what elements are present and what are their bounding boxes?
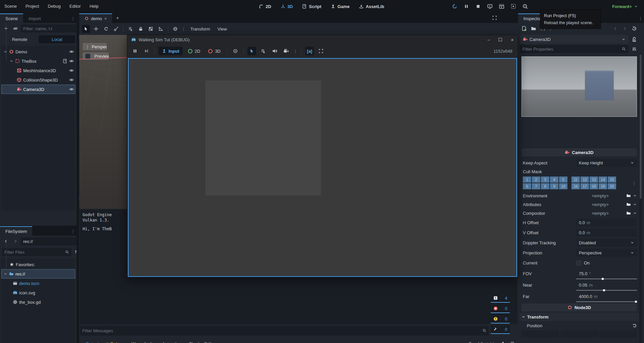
history-next-button[interactable] [621,24,629,33]
select-mode-button[interactable] [82,25,90,33]
cull-mask-cell[interactable]: 1 [523,177,531,183]
cull-mask-cell[interactable]: 10 [559,183,567,189]
folder-icon[interactable] [626,193,631,198]
perspective-menu-button[interactable]: ⋮ Perspective [83,43,107,50]
cull-mask-cell[interactable]: 2 [532,177,540,183]
cull-mask-cell[interactable]: 17 [581,183,589,189]
close-button[interactable]: × [511,37,514,43]
tab-debugger[interactable]: Debugger (1) [103,341,139,343]
v-offset-field[interactable]: 0.0 m [576,229,637,237]
fullscreen-game-button[interactable] [317,47,325,55]
inspector-scrollbar[interactable] [639,54,642,343]
cull-mask-cell[interactable]: 11 [571,177,580,183]
h-offset-field[interactable]: 0.0 m [576,218,637,227]
keep-input-focus-button[interactable]: [a] [305,47,314,55]
file-filter-input[interactable] [4,250,63,255]
debug-2d-button[interactable]: 2D [185,47,203,55]
far-slider-field[interactable]: 4000.0 m [576,292,637,300]
near-slider-field[interactable]: 0.05 m [576,281,637,289]
open-docs-button[interactable] [630,35,638,43]
node3d-section-header[interactable]: Node3D [521,303,637,311]
workspace-2d-button[interactable]: 2D [256,3,274,10]
movie-maker-button[interactable] [521,2,529,10]
viewport-extra-menu-icon[interactable]: ⋮ [181,27,186,32]
visibility-eye-icon[interactable] [69,59,74,63]
input-mode-button[interactable]: Input [158,47,183,55]
debug-3d-button[interactable]: 3D [205,47,223,55]
errors-filter-badge[interactable]: 0 [491,304,510,313]
list-select-button[interactable] [127,25,135,33]
mute-audio-button[interactable] [270,47,279,55]
list-select-game-button[interactable] [259,47,268,55]
suspend-button[interactable] [231,47,240,55]
distraction-free-button[interactable] [491,14,499,22]
current-checkbox[interactable] [576,260,581,265]
collapse-icon[interactable] [3,272,7,276]
camera3d-section-header[interactable]: Camera3D [521,148,637,156]
chevron-down-icon[interactable] [633,194,637,198]
fov-slider-track[interactable] [576,279,637,279]
play-scene-button[interactable] [498,2,506,10]
fov-slider-handle[interactable] [602,278,604,280]
cull-mask-cell[interactable]: 3 [541,177,549,183]
scene-tab-demo[interactable]: demo × [79,13,112,23]
dock-menu-icon[interactable]: ⋮ [638,16,643,21]
near-slider-track[interactable] [576,290,637,291]
history-forward-button[interactable] [11,237,19,245]
workspace-script-button[interactable]: Script [299,3,324,10]
dock-menu-icon[interactable]: ⋮ [71,16,75,21]
cull-mask-cell[interactable]: 20 [608,183,616,189]
position-y-field[interactable] [560,330,598,338]
far-slider-handle[interactable] [635,301,637,303]
new-scene-tab-button[interactable]: + [113,14,122,22]
move-mode-button[interactable] [92,25,100,33]
projection-dropdown[interactable]: Perspective [576,249,637,257]
tree-row-meshinstance3d[interactable]: MeshInstance3D [1,66,75,75]
tab-scene[interactable]: Scene [0,13,23,23]
warnings-filter-badge[interactable]: 0 [491,315,510,324]
menu-debug[interactable]: Debug [43,0,65,13]
close-tab-icon[interactable]: × [104,16,107,21]
message-filter-input[interactable] [82,328,481,333]
minimize-button[interactable]: – [488,37,490,42]
dock-menu-icon[interactable]: ⋮ [71,229,75,234]
menu-scene[interactable]: Scene [0,0,21,13]
instance-scene-button[interactable] [11,24,19,33]
notification-bell-icon[interactable] [468,341,472,343]
tab-output[interactable]: Output [83,341,102,343]
workspace-assetlib-button[interactable]: AssetLib [356,3,387,10]
snap-options-button[interactable] [171,25,179,33]
remote-button[interactable]: Remote [1,35,38,43]
cull-mask-cell[interactable]: 9 [550,183,558,189]
fov-slider-field[interactable]: 75.0 ° [576,270,637,278]
tab-shader-editor[interactable]: Shader Editor [186,341,219,343]
play-remote-button[interactable] [486,2,494,10]
editor-filter-badge[interactable]: 0 [491,325,510,334]
visibility-eye-icon[interactable] [69,49,74,54]
workspace-game-button[interactable]: Game [328,3,353,10]
new-resource-button[interactable] [520,24,528,33]
chevron-down-icon[interactable] [633,202,637,206]
tree-row-camera3d[interactable]: Camera3D [1,85,75,94]
current-path-input[interactable] [23,239,82,244]
expand-bottom-panel-icon[interactable] [510,341,515,343]
file-row-demo-tscn[interactable]: demo.tscn [1,279,75,288]
tree-row-demo[interactable]: Demo [1,47,75,56]
folder-icon[interactable] [626,211,631,215]
favorites-row[interactable]: Favorites: [1,260,75,269]
edit-history-button[interactable] [630,24,638,33]
cull-mask-cell[interactable]: 16 [571,183,580,189]
cull-mask-cell[interactable]: 18 [590,183,598,189]
play-custom-scene-button[interactable] [509,2,517,10]
cull-mask-cell[interactable]: 15 [608,177,616,183]
game-extra-menu-icon[interactable]: ⋮ [293,49,297,54]
collapse-icon[interactable] [3,50,7,54]
keep-aspect-dropdown[interactable]: Keep Height [576,159,637,167]
cull-mask-cell[interactable]: 14 [599,177,607,183]
select-mode-game-button[interactable] [247,47,256,55]
compositor-resource-picker[interactable]: <empty> [576,209,624,217]
file-row-the-box-gd[interactable]: the_box.gd [1,297,75,307]
scale-mode-button[interactable] [112,25,120,33]
file-row-res-root[interactable]: res:// [1,269,75,279]
workspace-3d-button[interactable]: 3D [278,3,296,10]
